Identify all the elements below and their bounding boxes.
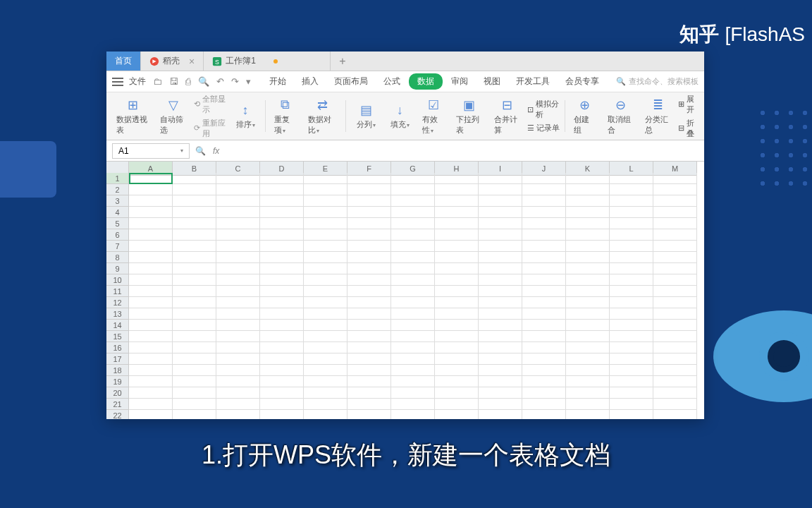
cell[interactable] [566,263,610,274]
cell[interactable] [522,263,566,274]
cell[interactable] [522,173,566,184]
cell[interactable] [391,399,435,410]
cell[interactable] [522,376,566,387]
cell[interactable] [653,365,697,376]
cell[interactable] [304,173,347,184]
cell[interactable] [260,331,304,342]
cell[interactable] [435,376,479,387]
cell[interactable] [479,263,522,274]
cell[interactable] [260,263,304,274]
autofilter-button[interactable]: ▽自动筛选 [156,96,190,137]
cell[interactable] [566,286,610,297]
cell[interactable] [435,308,479,320]
cell[interactable] [479,286,522,297]
cell[interactable] [216,229,260,241]
cell[interactable] [173,410,216,419]
cell[interactable] [479,331,522,342]
undo-icon[interactable]: ↶ [216,76,224,87]
cell[interactable] [391,218,435,229]
name-box[interactable]: A1 ▾ [112,143,190,159]
cell[interactable] [391,365,435,376]
cell[interactable] [653,399,697,410]
tab-home[interactable]: 首页 [106,52,141,71]
collapse-button[interactable]: ⊟折叠 [678,118,699,139]
pivot-table-button[interactable]: ⊞数据透视表 [112,96,153,137]
cell[interactable] [347,320,391,331]
cell[interactable] [566,376,610,387]
cell[interactable] [653,353,697,365]
cell[interactable] [610,308,653,320]
cell[interactable] [173,274,216,286]
cell[interactable] [173,376,216,387]
file-menu[interactable]: 文件 [129,75,146,87]
cell[interactable] [610,184,653,195]
cell[interactable] [522,229,566,241]
cell[interactable] [522,297,566,308]
cell[interactable] [304,342,347,353]
cell[interactable] [216,263,260,274]
cell[interactable] [610,252,653,263]
row-header[interactable]: 10 [106,274,129,286]
cell[interactable] [347,410,391,419]
cell[interactable] [522,218,566,229]
cell[interactable] [347,207,391,218]
cell[interactable] [435,286,479,297]
cell[interactable] [216,342,260,353]
cell[interactable] [435,241,479,252]
cell[interactable] [391,387,435,399]
cell[interactable] [216,274,260,286]
cell[interactable] [479,297,522,308]
validation-button[interactable]: ☑有效性 [418,96,449,137]
cell[interactable] [216,297,260,308]
cell[interactable] [653,173,697,184]
cell[interactable] [129,342,173,353]
cell[interactable] [216,184,260,195]
cell[interactable] [260,252,304,263]
cell[interactable] [522,353,566,365]
cell[interactable] [653,286,697,297]
row-header[interactable]: 9 [106,263,129,274]
cell[interactable] [173,229,216,241]
row-header[interactable]: 22 [106,410,129,419]
cell[interactable] [653,308,697,320]
cell[interactable] [522,184,566,195]
cell[interactable] [304,286,347,297]
row-header[interactable]: 13 [106,308,129,320]
cell[interactable] [435,173,479,184]
cell[interactable] [391,184,435,195]
cell[interactable] [216,195,260,207]
cell[interactable] [347,218,391,229]
cell[interactable] [304,376,347,387]
cell[interactable] [391,297,435,308]
cell[interactable] [347,342,391,353]
cell[interactable] [653,274,697,286]
cell[interactable] [347,241,391,252]
cell[interactable] [566,308,610,320]
cell[interactable] [522,274,566,286]
cell[interactable] [173,399,216,410]
reapply-button[interactable]: ⟳重新应用 [194,118,227,139]
cell[interactable] [173,263,216,274]
cell[interactable] [566,342,610,353]
cell[interactable] [260,410,304,419]
cell[interactable] [129,207,173,218]
cell[interactable] [522,195,566,207]
cell[interactable] [304,353,347,365]
cell[interactable] [479,342,522,353]
cell[interactable] [435,184,479,195]
cell[interactable] [653,342,697,353]
cell[interactable] [610,353,653,365]
cell[interactable] [347,195,391,207]
cell[interactable] [304,229,347,241]
cell[interactable] [610,410,653,419]
cell[interactable] [653,241,697,252]
cell[interactable] [522,320,566,331]
cell[interactable] [260,365,304,376]
cell[interactable] [479,365,522,376]
more-icon[interactable]: ▾ [246,76,251,87]
tab-workbook[interactable]: S 工作簿1 [204,52,331,71]
cell[interactable] [479,353,522,365]
cell[interactable] [347,229,391,241]
cell[interactable] [566,173,610,184]
row-header[interactable]: 4 [106,207,129,218]
